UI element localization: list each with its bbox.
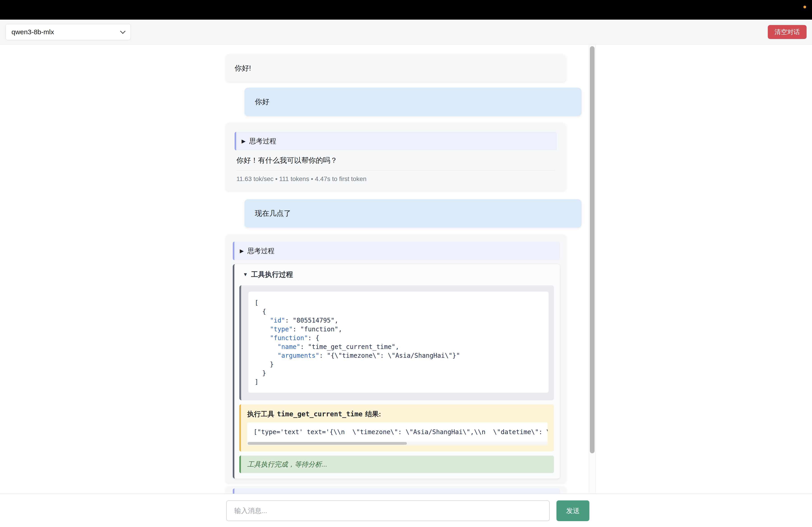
- tool-section-toggle[interactable]: ▼ 工具执行过程: [239, 269, 554, 281]
- code-line: [: [255, 298, 542, 307]
- message-text: 你好!: [235, 63, 557, 73]
- thinking-label: 思考过程: [249, 137, 276, 146]
- message-text: 你好: [255, 97, 269, 106]
- assistant-message: ▶ 思考过程 你好！有什么我可以帮你的吗？ 11.63 tok/sec • 11…: [226, 123, 566, 191]
- code-line: }: [255, 360, 542, 369]
- app-header: qwen3-8b-mlx 清空对话: [0, 20, 812, 45]
- assistant-message-partial: ▶ 思考过程: [226, 486, 566, 494]
- vertical-scrollbar: [589, 45, 596, 494]
- horizontal-scrollbar-thumb[interactable]: [248, 442, 407, 445]
- tool-status-text: 工具执行完成，等待分析...: [247, 461, 548, 468]
- assistant-message: 你好!: [226, 54, 566, 82]
- tool-status-box: 工具执行完成，等待分析...: [239, 455, 554, 473]
- code-line: ]: [255, 378, 542, 386]
- message-text: 你好！有什么我可以帮你的吗？: [236, 156, 555, 165]
- tool-call-code-container: [ { "id": "805514795", "type": "function…: [239, 285, 554, 400]
- tool-name: time_get_current_time: [277, 410, 362, 418]
- message-text: 现在几点了: [255, 209, 291, 217]
- window-status-dot-icon: [803, 6, 806, 8]
- message-list: 你好! 你好 ▶ 思考过程 你好！有什么我可以帮你的吗？ 11.63 tok/s…: [226, 45, 589, 494]
- clear-conversation-button[interactable]: 清空对话: [768, 25, 807, 39]
- code-line: }: [255, 369, 542, 378]
- code-line: "id": "805514795",: [255, 316, 542, 325]
- horizontal-scrollbar: [247, 441, 548, 445]
- model-select[interactable]: qwen3-8b-mlx: [5, 24, 131, 40]
- tool-execution-section: ▼ 工具执行过程 [ { "id": "805514795", "type": …: [233, 264, 560, 479]
- code-line: "name": "time_get_current_time",: [255, 342, 542, 351]
- tool-call-json: [ { "id": "805514795", "type": "function…: [248, 292, 549, 393]
- expanded-arrow-icon: ▼: [243, 272, 248, 277]
- tool-result-output: ["type='text' text='{\\n \"timezone\": \…: [247, 422, 548, 441]
- thinking-toggle[interactable]: ▶ 思考过程: [233, 242, 560, 260]
- generation-stats: 11.63 tok/sec • 111 tokens • 4.47s to fi…: [236, 175, 555, 183]
- tool-result-box: 执行工具time_get_current_time结果: ["type='tex…: [239, 404, 554, 451]
- vertical-scrollbar-thumb[interactable]: [590, 46, 595, 453]
- code-line: "function": {: [255, 334, 542, 342]
- message-input[interactable]: [226, 500, 550, 521]
- user-message: 你好: [245, 88, 581, 116]
- tool-section-title: 工具执行过程: [251, 270, 293, 279]
- code-line: "arguments": "{\"timezone\": \"Asia/Shan…: [255, 351, 542, 360]
- user-message: 现在几点了: [245, 199, 581, 228]
- chevron-down-icon: [120, 28, 126, 34]
- composer-bar: 发送: [0, 494, 812, 527]
- chat-scroll-area: 你好! 你好 ▶ 思考过程 你好！有什么我可以帮你的吗？ 11.63 tok/s…: [0, 45, 812, 494]
- model-select-value: qwen3-8b-mlx: [12, 28, 54, 36]
- collapsed-arrow-icon: ▶: [242, 138, 246, 144]
- send-button[interactable]: 发送: [556, 500, 589, 521]
- assistant-message: ▶ 思考过程 ▼ 工具执行过程 [ { "id": "805514795",: [226, 235, 566, 483]
- thinking-label: 思考过程: [247, 246, 275, 256]
- message-divider: [236, 170, 555, 171]
- collapsed-arrow-icon: ▶: [240, 248, 244, 254]
- code-line: {: [255, 307, 542, 316]
- tool-result-title: 执行工具time_get_current_time结果:: [247, 410, 548, 418]
- code-line: "type": "function",: [255, 325, 542, 334]
- thinking-toggle[interactable]: ▶ 思考过程: [235, 132, 557, 150]
- window-title-bar: [0, 0, 812, 20]
- app-window: qwen3-8b-mlx 清空对话 你好! 你好 ▶ 思考过程 你好！有什么我可…: [0, 0, 812, 527]
- thinking-toggle[interactable]: ▶ 思考过程: [233, 488, 560, 494]
